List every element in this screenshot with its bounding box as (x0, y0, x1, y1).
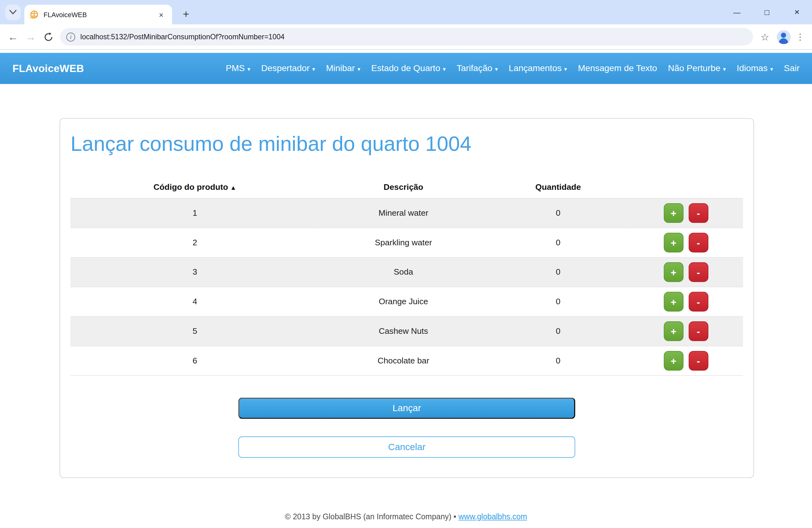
tab-title: FLAvoiceWEB (44, 11, 156, 18)
browser-menu-icon[interactable]: ⋮ (792, 28, 808, 46)
maximize-button[interactable]: □ (752, 0, 782, 24)
table-row: 2 Sparkling water 0 + - (70, 228, 743, 257)
minimize-button[interactable]: — (722, 0, 752, 24)
caret-down-icon: ▾ (564, 65, 567, 72)
header-product-code[interactable]: Código do produto▲ (70, 178, 319, 198)
reload-button[interactable] (39, 28, 57, 46)
caret-down-icon: ▾ (723, 65, 726, 72)
increment-button[interactable]: + (664, 292, 683, 311)
favicon-icon (30, 10, 39, 19)
product-code: 3 (70, 257, 319, 287)
site-navbar: FLAvoiceWEB PMS ▾ Despertador ▾ Minibar … (0, 53, 812, 84)
web-page: FLAvoiceWEB PMS ▾ Despertador ▾ Minibar … (0, 53, 812, 521)
reload-icon (43, 32, 53, 42)
table-row: 4 Orange Juice 0 + - (70, 287, 743, 316)
header-description[interactable]: Descrição (319, 178, 488, 198)
nav-item-tarifacao[interactable]: Tarifação ▾ (456, 63, 498, 74)
decrement-button[interactable]: - (688, 322, 708, 341)
nav-item-despertador[interactable]: Despertador ▾ (261, 63, 315, 74)
increment-button[interactable]: + (664, 262, 683, 282)
browser-window: FLAvoiceWEB × + — □ × ← → i localhost:51… (0, 0, 812, 528)
footer-link[interactable]: www.globalbhs.com (458, 512, 527, 521)
decrement-button[interactable]: - (688, 203, 708, 223)
tab-strip: FLAvoiceWEB × + — □ × (0, 0, 812, 24)
page-title: Lançar consumo de minibar do quarto 1004 (70, 132, 743, 156)
table-row: 5 Cashew Nuts 0 + - (70, 316, 743, 346)
table-header-row: Código do produto▲ Descrição Quantidade (70, 178, 743, 198)
back-button[interactable]: ← (4, 28, 22, 46)
product-description: Mineral water (319, 198, 488, 228)
brand-logo[interactable]: FLAvoiceWEB (13, 62, 84, 74)
caret-down-icon: ▾ (247, 65, 250, 72)
nav-item-lancamentos[interactable]: Lançamentos ▾ (509, 63, 567, 74)
nav-item-nao-perturbe[interactable]: Não Perturbe ▾ (668, 63, 726, 74)
address-bar[interactable]: i localhost:5132/PostMinibarConsumptionO… (60, 28, 753, 46)
product-code: 6 (70, 346, 319, 375)
submit-button[interactable]: Lançar (238, 398, 575, 419)
product-description: Orange Juice (319, 287, 488, 316)
cancel-button[interactable]: Cancelar (238, 437, 575, 458)
product-quantity: 0 (488, 346, 629, 375)
nav-menu: PMS ▾ Despertador ▾ Minibar ▾ Estado de … (226, 63, 799, 74)
bookmark-star-icon[interactable]: ☆ (756, 28, 774, 46)
new-tab-button[interactable]: + (178, 6, 194, 22)
decrement-button[interactable]: - (688, 262, 708, 282)
url-text[interactable]: localhost:5132/PostMinibarConsumptionOf?… (81, 33, 285, 41)
nav-item-pms[interactable]: PMS ▾ (226, 63, 250, 74)
product-quantity: 0 (488, 228, 629, 257)
product-code: 4 (70, 287, 319, 316)
table-row: 3 Soda 0 + - (70, 257, 743, 287)
window-close-button[interactable]: × (782, 0, 812, 24)
caret-down-icon: ▾ (358, 65, 360, 72)
browser-toolbar: ← → i localhost:5132/PostMinibarConsumpt… (0, 24, 812, 49)
site-info-icon[interactable]: i (67, 32, 75, 41)
increment-button[interactable]: + (664, 351, 683, 371)
product-code: 5 (70, 316, 319, 346)
minibar-consumption-card: Lançar consumo de minibar do quarto 1004… (59, 118, 754, 478)
product-description: Soda (319, 257, 488, 287)
chevron-down-icon (9, 10, 16, 15)
product-code: 1 (70, 198, 319, 228)
browser-tab[interactable]: FLAvoiceWEB × (24, 5, 172, 24)
header-quantity[interactable]: Quantidade (488, 178, 629, 198)
site-footer: © 2013 by GlobalBHS (an Informatec Compa… (0, 512, 812, 521)
nav-item-mensagem-de-texto[interactable]: Mensagem de Texto (578, 63, 657, 74)
tab-search-button[interactable] (5, 4, 21, 20)
product-quantity: 0 (488, 198, 629, 228)
avatar (777, 30, 791, 44)
table-row: 1 Mineral water 0 + - (70, 198, 743, 228)
copyright-text: © 2013 by GlobalBHS (an Informatec Compa… (285, 512, 456, 521)
decrement-button[interactable]: - (688, 292, 708, 311)
window-controls: — □ × (722, 0, 812, 24)
products-table: Código do produto▲ Descrição Quantidade … (70, 178, 743, 376)
product-description: Chocolate bar (319, 346, 488, 375)
increment-button[interactable]: + (664, 203, 683, 223)
nav-item-minibar[interactable]: Minibar ▾ (326, 63, 360, 74)
increment-button[interactable]: + (664, 233, 683, 253)
product-description: Sparkling water (319, 228, 488, 257)
sort-asc-icon: ▲ (230, 184, 236, 191)
product-quantity: 0 (488, 257, 629, 287)
increment-button[interactable]: + (664, 322, 683, 341)
tab-close-icon[interactable]: × (156, 9, 167, 20)
nav-item-estado-de-quarto[interactable]: Estado de Quarto ▾ (371, 63, 446, 74)
decrement-button[interactable]: - (688, 233, 708, 253)
nav-item-idiomas[interactable]: Idiomas ▾ (737, 63, 773, 74)
caret-down-icon: ▾ (312, 65, 315, 72)
caret-down-icon: ▾ (495, 65, 498, 72)
product-description: Cashew Nuts (319, 316, 488, 346)
product-quantity: 0 (488, 316, 629, 346)
caret-down-icon: ▾ (770, 65, 773, 72)
product-quantity: 0 (488, 287, 629, 316)
decrement-button[interactable]: - (688, 351, 708, 371)
table-row: 6 Chocolate bar 0 + - (70, 346, 743, 375)
nav-item-sair[interactable]: Sair (784, 63, 799, 74)
profile-button[interactable] (774, 28, 792, 46)
header-actions (629, 178, 743, 198)
forward-button[interactable]: → (22, 28, 40, 46)
caret-down-icon: ▾ (443, 65, 446, 72)
product-code: 2 (70, 228, 319, 257)
